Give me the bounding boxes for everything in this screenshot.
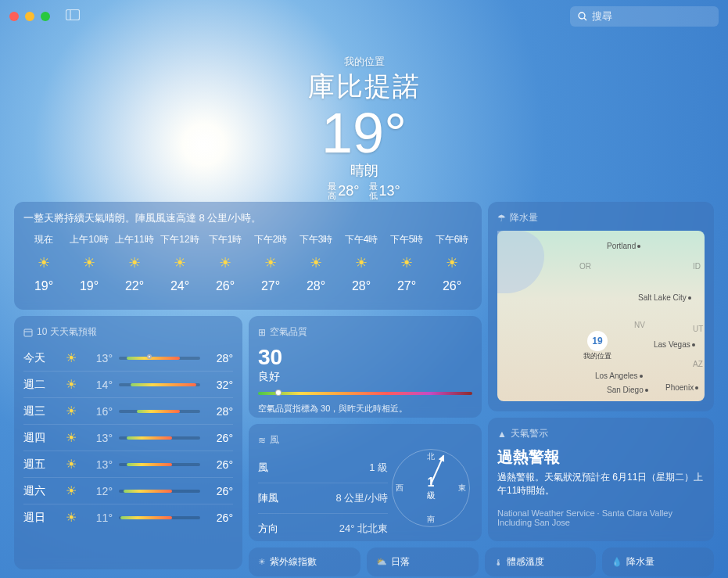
wind-row: 陣風8 公里/小時 xyxy=(258,483,388,514)
day-low: 13° xyxy=(86,352,113,364)
svg-rect-4 xyxy=(24,329,32,336)
day-row[interactable]: 週日 ☀ 11° 26° xyxy=(23,504,233,530)
calendar-icon xyxy=(23,328,33,337)
svg-point-2 xyxy=(579,13,585,19)
wind-icon: ≋ xyxy=(258,435,266,446)
hour-column[interactable]: 現在☀19° xyxy=(23,233,64,293)
precipitation-map-card[interactable]: ☂ 降水量 19 我的位置 PortlandORIDSalt Lake City… xyxy=(488,202,714,411)
hour-temp: 19° xyxy=(23,279,64,293)
uv-index-card[interactable]: ☀紫外線指數 xyxy=(249,547,360,576)
current-weather: 我的位置 庫比提諾 19° 晴朗 最高28° 最低13° xyxy=(0,55,728,200)
day-row[interactable]: 週六 ☀ 12° 26° xyxy=(23,477,233,504)
feels-like-card[interactable]: 🌡體感溫度 xyxy=(485,547,597,576)
map-city-label: UT xyxy=(693,325,703,333)
day-row[interactable]: 週二 ☀ 14° 32° xyxy=(23,371,233,397)
hour-column[interactable]: 上午10時☀19° xyxy=(69,233,109,293)
hour-column[interactable]: 下午6時☀26° xyxy=(432,233,472,293)
precipitation-card[interactable]: 💧降水量 xyxy=(602,547,714,576)
close-button[interactable] xyxy=(9,12,19,21)
day-low: 16° xyxy=(86,405,113,418)
drop-icon: 💧 xyxy=(611,557,622,567)
wind-label: 方向 xyxy=(258,522,278,536)
hour-time: 上午11時 xyxy=(114,233,155,246)
map-city-label: Portland xyxy=(607,242,642,250)
wind-card[interactable]: ≋ 風 風1 級陣風8 公里/小時方向24° 北北東 北 南 東 西 1級 xyxy=(249,424,482,541)
wind-compass: 北 南 東 西 1級 xyxy=(392,449,470,527)
window-controls xyxy=(9,12,50,21)
hour-column[interactable]: 下午1時☀26° xyxy=(205,233,246,293)
day-high: 26° xyxy=(206,512,233,524)
map-city-label: AZ xyxy=(693,360,703,368)
wind-title: ≋ 風 xyxy=(258,433,388,447)
sun-icon: ☀ xyxy=(386,254,427,271)
hour-time: 下午4時 xyxy=(341,233,382,246)
hour-time: 上午10時 xyxy=(69,233,109,246)
map-city-label: Las Vegas xyxy=(654,340,697,349)
day-name: 今天 xyxy=(23,351,56,365)
day-name: 週日 xyxy=(23,511,56,525)
maximize-button[interactable] xyxy=(41,12,50,21)
hour-time: 下午1時 xyxy=(205,233,246,246)
sun-icon: ☀ xyxy=(205,254,246,271)
sun-icon: ☀ xyxy=(63,350,80,365)
day-row[interactable]: 週四 ☀ 13° 26° xyxy=(23,424,233,451)
hour-temp: 26° xyxy=(432,279,472,293)
umbrella-icon: ☂ xyxy=(497,213,506,224)
search-input[interactable]: 搜尋 xyxy=(570,6,719,27)
day-name: 週六 xyxy=(23,484,56,498)
hour-column[interactable]: 下午12時☀24° xyxy=(160,233,200,293)
hourly-summary: 一整天將持續天氣晴朗。陣風風速高達 8 公里/小時。 xyxy=(23,211,472,225)
weather-alert-card[interactable]: ▲ 天氣警示 過熱警報 過熱警報。天氣狀況預計在 6月11日（星期二）上午11時… xyxy=(488,418,714,541)
location-pin[interactable]: 19 我的位置 xyxy=(583,331,611,361)
svg-line-3 xyxy=(584,18,586,20)
hour-time: 下午3時 xyxy=(296,233,336,246)
high-value: 28° xyxy=(338,183,359,199)
hour-column[interactable]: 下午3時☀28° xyxy=(296,233,336,293)
wind-label: 陣風 xyxy=(258,491,278,505)
hour-time: 下午12時 xyxy=(160,233,200,246)
sun-icon: ☀ xyxy=(23,254,64,271)
sun-icon: ☀ xyxy=(432,254,472,271)
aqi-description: 空氣品質指標為 30，與昨天此時相近。 xyxy=(258,403,472,415)
mini-cards-row: ☀紫外線指數 ⛅日落 🌡體感溫度 💧降水量 xyxy=(249,547,714,576)
wind-label: 風 xyxy=(258,461,268,475)
map-city-label: San Diego xyxy=(607,386,650,394)
titlebar: 搜尋 xyxy=(0,0,728,33)
hour-temp: 24° xyxy=(160,279,200,293)
aqi-icon: ⊞ xyxy=(258,327,266,338)
day-row[interactable]: 週三 ☀ 16° 28° xyxy=(23,397,233,424)
day-name: 週五 xyxy=(23,458,56,472)
hour-column[interactable]: 下午4時☀28° xyxy=(341,233,382,293)
day-low: 13° xyxy=(86,458,113,471)
hour-column[interactable]: 下午2時☀27° xyxy=(250,233,291,293)
sunset-icon: ⛅ xyxy=(376,557,387,567)
minimize-button[interactable] xyxy=(25,12,34,21)
air-quality-card[interactable]: ⊞ 空氣品質 30 良好 空氣品質指標為 30，與昨天此時相近。 xyxy=(249,316,482,418)
day-row[interactable]: 週五 ☀ 13° 26° xyxy=(23,451,233,477)
search-icon xyxy=(578,12,587,21)
map-city-label: OR xyxy=(579,262,591,271)
precipitation-map[interactable]: 19 我的位置 PortlandORIDSalt Lake CityNVUTLa… xyxy=(497,231,705,401)
low-label: 最低 xyxy=(369,181,378,200)
hourly-forecast-card[interactable]: 一整天將持續天氣晴朗。陣風風速高達 8 公里/小時。 現在☀19°上午10時☀1… xyxy=(14,202,482,310)
alert-source: National Weather Service · Santa Clara V… xyxy=(497,508,705,527)
aqi-level: 良好 xyxy=(258,370,472,384)
sun-icon: ☀ xyxy=(63,483,80,498)
temp-range-bar xyxy=(119,463,200,466)
wind-value: 24° 北北東 xyxy=(339,522,388,536)
hour-temp: 19° xyxy=(69,279,109,293)
day-row[interactable]: 今天 ☀ 13° 28° xyxy=(23,345,233,371)
hour-time: 現在 xyxy=(23,233,64,246)
alert-body: 過熱警報。天氣狀況預計在 6月11日（星期二）上午11時開始。 xyxy=(497,471,705,497)
hour-column[interactable]: 下午5時☀27° xyxy=(386,233,427,293)
map-city-label: Salt Lake City xyxy=(638,293,693,302)
sun-icon: ☀ xyxy=(250,254,291,271)
day-high: 26° xyxy=(206,458,233,471)
day-low: 13° xyxy=(86,432,113,444)
hour-column[interactable]: 上午11時☀22° xyxy=(114,233,155,293)
sunset-card[interactable]: ⛅日落 xyxy=(367,547,479,576)
sidebar-toggle-button[interactable] xyxy=(66,9,80,23)
ten-day-forecast-card[interactable]: 10 天天氣預報 今天 ☀ 13° 28°週二 ☀ 14° 32°週三 ☀ 16… xyxy=(14,316,242,569)
wind-value: 1 級 xyxy=(369,461,388,475)
day-name: 週三 xyxy=(23,404,56,418)
